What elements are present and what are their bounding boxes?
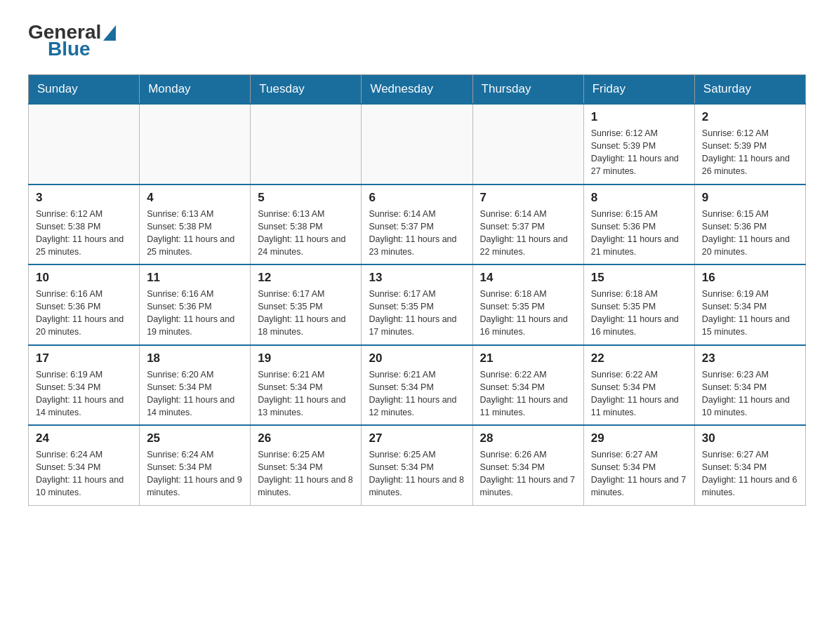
calendar-cell: 3Sunrise: 6:12 AM Sunset: 5:38 PM Daylig… xyxy=(29,185,140,265)
day-info: Sunrise: 6:22 AM Sunset: 5:34 PM Dayligh… xyxy=(480,368,576,420)
calendar-cell: 28Sunrise: 6:26 AM Sunset: 5:34 PM Dayli… xyxy=(472,425,583,505)
day-info: Sunrise: 6:19 AM Sunset: 5:34 PM Dayligh… xyxy=(702,288,798,339)
day-number: 3 xyxy=(36,191,132,205)
day-number: 20 xyxy=(369,351,465,365)
day-info: Sunrise: 6:21 AM Sunset: 5:34 PM Dayligh… xyxy=(258,368,354,420)
day-info: Sunrise: 6:21 AM Sunset: 5:34 PM Dayligh… xyxy=(369,368,465,420)
col-header-wednesday: Wednesday xyxy=(362,75,472,105)
calendar-cell: 10Sunrise: 6:16 AM Sunset: 5:36 PM Dayli… xyxy=(29,264,140,345)
col-header-thursday: Thursday xyxy=(472,75,583,105)
calendar-cell xyxy=(362,104,472,185)
calendar-cell: 8Sunrise: 6:15 AM Sunset: 5:36 PM Daylig… xyxy=(583,185,694,265)
calendar-cell xyxy=(251,104,362,185)
calendar-cell: 12Sunrise: 6:17 AM Sunset: 5:35 PM Dayli… xyxy=(251,264,362,345)
calendar-cell: 26Sunrise: 6:25 AM Sunset: 5:34 PM Dayli… xyxy=(251,425,362,505)
day-number: 4 xyxy=(147,191,243,205)
day-info: Sunrise: 6:19 AM Sunset: 5:34 PM Dayligh… xyxy=(36,368,132,420)
day-number: 9 xyxy=(702,191,798,205)
day-info: Sunrise: 6:13 AM Sunset: 5:38 PM Dayligh… xyxy=(147,208,243,259)
day-number: 21 xyxy=(480,351,576,365)
calendar-cell: 13Sunrise: 6:17 AM Sunset: 5:35 PM Dayli… xyxy=(362,264,472,345)
day-number: 16 xyxy=(702,271,798,285)
day-info: Sunrise: 6:23 AM Sunset: 5:34 PM Dayligh… xyxy=(702,368,798,420)
day-info: Sunrise: 6:24 AM Sunset: 5:34 PM Dayligh… xyxy=(36,448,132,499)
day-number: 2 xyxy=(702,110,798,124)
day-info: Sunrise: 6:15 AM Sunset: 5:36 PM Dayligh… xyxy=(702,208,798,259)
day-info: Sunrise: 6:12 AM Sunset: 5:39 PM Dayligh… xyxy=(702,127,798,178)
calendar-week-row: 17Sunrise: 6:19 AM Sunset: 5:34 PM Dayli… xyxy=(29,345,806,426)
calendar-cell: 5Sunrise: 6:13 AM Sunset: 5:38 PM Daylig… xyxy=(251,185,362,265)
day-info: Sunrise: 6:18 AM Sunset: 5:35 PM Dayligh… xyxy=(591,288,687,339)
day-number: 10 xyxy=(36,271,132,285)
calendar-cell: 20Sunrise: 6:21 AM Sunset: 5:34 PM Dayli… xyxy=(362,345,472,426)
day-info: Sunrise: 6:12 AM Sunset: 5:38 PM Dayligh… xyxy=(36,208,132,259)
day-number: 15 xyxy=(591,271,687,285)
logo-blue-text: Blue xyxy=(48,38,91,60)
col-header-monday: Monday xyxy=(140,75,251,105)
calendar-week-row: 24Sunrise: 6:24 AM Sunset: 5:34 PM Dayli… xyxy=(29,425,806,505)
calendar-cell: 1Sunrise: 6:12 AM Sunset: 5:39 PM Daylig… xyxy=(583,104,694,185)
calendar-cell: 4Sunrise: 6:13 AM Sunset: 5:38 PM Daylig… xyxy=(140,185,251,265)
day-number: 6 xyxy=(369,191,465,205)
header: General Blue xyxy=(28,21,806,60)
day-number: 22 xyxy=(591,351,687,365)
day-number: 19 xyxy=(258,351,354,365)
day-info: Sunrise: 6:14 AM Sunset: 5:37 PM Dayligh… xyxy=(480,208,576,259)
calendar-cell: 15Sunrise: 6:18 AM Sunset: 5:35 PM Dayli… xyxy=(583,264,694,345)
calendar-cell: 14Sunrise: 6:18 AM Sunset: 5:35 PM Dayli… xyxy=(472,264,583,345)
day-info: Sunrise: 6:25 AM Sunset: 5:34 PM Dayligh… xyxy=(369,448,465,499)
day-number: 27 xyxy=(369,431,465,445)
day-info: Sunrise: 6:24 AM Sunset: 5:34 PM Dayligh… xyxy=(147,448,243,499)
day-info: Sunrise: 6:16 AM Sunset: 5:36 PM Dayligh… xyxy=(36,288,132,339)
col-header-sunday: Sunday xyxy=(29,75,140,105)
calendar-week-row: 10Sunrise: 6:16 AM Sunset: 5:36 PM Dayli… xyxy=(29,264,806,345)
day-number: 1 xyxy=(591,110,687,124)
day-info: Sunrise: 6:15 AM Sunset: 5:36 PM Dayligh… xyxy=(591,208,687,259)
calendar-cell: 7Sunrise: 6:14 AM Sunset: 5:37 PM Daylig… xyxy=(472,185,583,265)
calendar-cell: 17Sunrise: 6:19 AM Sunset: 5:34 PM Dayli… xyxy=(29,345,140,426)
calendar-cell: 21Sunrise: 6:22 AM Sunset: 5:34 PM Dayli… xyxy=(472,345,583,426)
col-header-friday: Friday xyxy=(583,75,694,105)
day-number: 24 xyxy=(36,431,132,445)
day-info: Sunrise: 6:25 AM Sunset: 5:34 PM Dayligh… xyxy=(258,448,354,499)
day-number: 5 xyxy=(258,191,354,205)
day-number: 11 xyxy=(147,271,243,285)
day-info: Sunrise: 6:26 AM Sunset: 5:34 PM Dayligh… xyxy=(480,448,576,499)
calendar-cell: 6Sunrise: 6:14 AM Sunset: 5:37 PM Daylig… xyxy=(362,185,472,265)
calendar-cell: 2Sunrise: 6:12 AM Sunset: 5:39 PM Daylig… xyxy=(694,104,805,185)
col-header-saturday: Saturday xyxy=(694,75,805,105)
calendar-cell: 29Sunrise: 6:27 AM Sunset: 5:34 PM Dayli… xyxy=(583,425,694,505)
logo: General Blue xyxy=(28,21,116,60)
calendar-cell: 11Sunrise: 6:16 AM Sunset: 5:36 PM Dayli… xyxy=(140,264,251,345)
day-info: Sunrise: 6:17 AM Sunset: 5:35 PM Dayligh… xyxy=(258,288,354,339)
day-number: 26 xyxy=(258,431,354,445)
day-info: Sunrise: 6:12 AM Sunset: 5:39 PM Dayligh… xyxy=(591,127,687,178)
day-number: 8 xyxy=(591,191,687,205)
day-info: Sunrise: 6:20 AM Sunset: 5:34 PM Dayligh… xyxy=(147,368,243,420)
calendar-cell: 18Sunrise: 6:20 AM Sunset: 5:34 PM Dayli… xyxy=(140,345,251,426)
day-number: 12 xyxy=(258,271,354,285)
calendar-cell: 25Sunrise: 6:24 AM Sunset: 5:34 PM Dayli… xyxy=(140,425,251,505)
calendar-cell: 22Sunrise: 6:22 AM Sunset: 5:34 PM Dayli… xyxy=(583,345,694,426)
calendar-cell: 30Sunrise: 6:27 AM Sunset: 5:34 PM Dayli… xyxy=(694,425,805,505)
calendar-cell: 24Sunrise: 6:24 AM Sunset: 5:34 PM Dayli… xyxy=(29,425,140,505)
day-info: Sunrise: 6:27 AM Sunset: 5:34 PM Dayligh… xyxy=(702,448,798,499)
calendar-week-row: 1Sunrise: 6:12 AM Sunset: 5:39 PM Daylig… xyxy=(29,104,806,185)
calendar-cell: 19Sunrise: 6:21 AM Sunset: 5:34 PM Dayli… xyxy=(251,345,362,426)
calendar-week-row: 3Sunrise: 6:12 AM Sunset: 5:38 PM Daylig… xyxy=(29,185,806,265)
calendar-cell xyxy=(29,104,140,185)
col-header-tuesday: Tuesday xyxy=(251,75,362,105)
day-number: 17 xyxy=(36,351,132,365)
day-info: Sunrise: 6:22 AM Sunset: 5:34 PM Dayligh… xyxy=(591,368,687,420)
calendar-cell xyxy=(140,104,251,185)
day-number: 23 xyxy=(702,351,798,365)
calendar-cell xyxy=(472,104,583,185)
day-number: 28 xyxy=(480,431,576,445)
day-number: 25 xyxy=(147,431,243,445)
calendar-cell: 23Sunrise: 6:23 AM Sunset: 5:34 PM Dayli… xyxy=(694,345,805,426)
day-info: Sunrise: 6:17 AM Sunset: 5:35 PM Dayligh… xyxy=(369,288,465,339)
day-info: Sunrise: 6:27 AM Sunset: 5:34 PM Dayligh… xyxy=(591,448,687,499)
calendar-cell: 9Sunrise: 6:15 AM Sunset: 5:36 PM Daylig… xyxy=(694,185,805,265)
calendar-cell: 16Sunrise: 6:19 AM Sunset: 5:34 PM Dayli… xyxy=(694,264,805,345)
logo-triangle-icon xyxy=(103,25,116,41)
